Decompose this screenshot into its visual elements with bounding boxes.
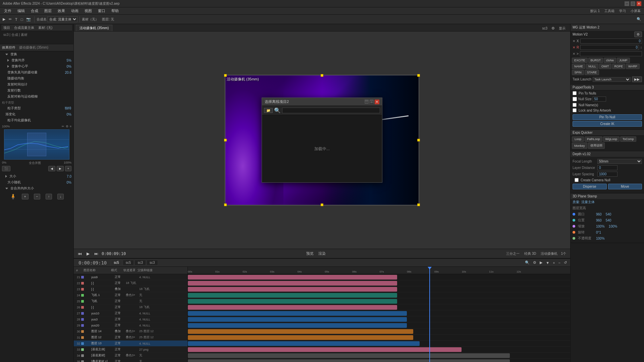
task-launch-select[interactable]: Task Launch (593, 77, 631, 82)
track-bar[interactable] (188, 341, 420, 346)
disperse-btn[interactable]: Disperse (573, 184, 607, 189)
preview-btn[interactable]: 预览 (305, 250, 315, 257)
graph-next-btn[interactable]: ▶ (57, 166, 64, 171)
track-row[interactable] (188, 304, 570, 310)
motion-r-input[interactable] (580, 45, 639, 50)
effect-item-4[interactable]: 随摄动均衡 (0, 75, 73, 81)
tb-camera[interactable]: 📷 (25, 16, 32, 22)
track-row[interactable] (188, 286, 570, 292)
close-button[interactable]: ✕ (637, 1, 641, 6)
tl-collapse-btn[interactable]: ▼ (544, 260, 551, 265)
effect-item-7[interactable]: 反射对称与运动模糊 (0, 94, 73, 100)
modal-search-input[interactable] (282, 108, 380, 113)
graph-prev-btn[interactable]: ◀ (48, 166, 55, 171)
pin-to-null-checkbox[interactable] (573, 91, 577, 95)
handle-top-middle[interactable] (321, 74, 323, 77)
effect-item-8[interactable]: 粒子类型 独特 (0, 105, 73, 111)
next-frame-btn[interactable]: ⏭ (93, 251, 100, 257)
track-row[interactable] (188, 322, 570, 328)
graph-fit-btn[interactable]: ⬛ (2, 166, 10, 171)
viewer-settings-btn[interactable]: ⚙ (550, 25, 556, 31)
tl-search-btn[interactable]: 🔍 (524, 260, 531, 265)
handle-middle-right[interactable] (417, 139, 420, 141)
motion-null-btn[interactable]: NULL (586, 64, 598, 69)
focal-length-select[interactable]: 50mm (597, 159, 642, 164)
effect-item-size[interactable]: 大小 7.0 (0, 173, 73, 179)
menu-help[interactable]: 帮助 (109, 8, 121, 14)
layer-row[interactable]: 29 yus20 正常 4. NULL (74, 322, 187, 328)
track-bar[interactable] (188, 281, 397, 286)
handle-bottom-middle[interactable] (321, 203, 323, 206)
menu-layer[interactable]: 图层 (42, 8, 54, 14)
motion-x-input[interactable] (580, 39, 642, 44)
tl-loop-btn[interactable]: ↺ (562, 260, 568, 265)
exps-manual-btn[interactable]: 使用说明 (588, 142, 605, 149)
layer-row[interactable]: 34 [基底素材] 正常 叠色3+ 无 (74, 353, 187, 359)
layer-row[interactable]: 32 图层 13 正常 4. NULL (74, 341, 187, 347)
tl-expand-btn[interactable]: ▶ (538, 260, 544, 265)
prop-x[interactable]: 960 (596, 213, 602, 216)
track-bar[interactable] (188, 311, 407, 316)
motion-jump-btn[interactable]: JUMP (617, 58, 630, 63)
track-bar[interactable] (188, 335, 413, 340)
track-row[interactable] (188, 341, 570, 347)
motion-stare-btn[interactable]: STARE (585, 70, 599, 75)
pin-to-null-btn[interactable]: Pin To Null (573, 114, 642, 120)
exps-loop-btn[interactable]: Loop (572, 136, 584, 142)
layer-row[interactable]: 26 [·] 正常 18 飞机 (74, 304, 187, 310)
tl-settings-btn[interactable]: ⚙ (532, 260, 538, 265)
track-bar[interactable] (188, 329, 413, 334)
prop-y[interactable]: 540 (606, 213, 611, 216)
render-btn[interactable]: 渲染 (317, 250, 327, 257)
menu-composition[interactable]: 合成 (28, 8, 41, 14)
effect-item-gradient[interactable]: 渐变化 0% (0, 111, 73, 117)
motion-name-btn[interactable]: NAME (572, 64, 585, 69)
track-row[interactable] (188, 310, 570, 316)
effect-item-5[interactable]: 发射时间估计 (0, 81, 73, 87)
null-size-checkbox[interactable] (573, 97, 577, 101)
layer-row[interactable]: 30 图层 14 叠加 叠色3+ 25 图层 12 (74, 328, 187, 335)
modal-close-btn[interactable]: ✕ (375, 100, 379, 104)
timeline-tab-sc5[interactable]: sc5 (111, 260, 122, 265)
handle-top-left[interactable] (224, 74, 227, 77)
track-row[interactable] (188, 335, 570, 341)
motion-x-icon[interactable]: ✕ (573, 39, 575, 43)
track-bar[interactable] (188, 305, 397, 310)
track-row[interactable] (188, 298, 570, 304)
motion-y-input[interactable] (580, 51, 642, 56)
menu-window[interactable]: 窗口 (95, 8, 108, 14)
tb-text[interactable]: T (14, 17, 19, 22)
maximize-button[interactable]: □ (631, 1, 635, 6)
timeline-tab-sc3[interactable]: sc3 (135, 260, 146, 265)
track-bar[interactable] (188, 317, 407, 322)
exps-pathloop-btn[interactable]: PathLoop (585, 136, 602, 142)
effect-remove-btn[interactable]: − (34, 194, 41, 199)
graph-plus-btn[interactable]: + (65, 166, 71, 171)
tl-add-btn[interactable]: + (551, 260, 556, 265)
timeline-tab-sc3b[interactable]: sc3 (147, 260, 158, 265)
track-bar[interactable] (188, 287, 397, 292)
effect-item-size-rand[interactable]: 大小随机 0% (0, 179, 73, 185)
modal-folder-btn[interactable]: 📁 (264, 108, 273, 113)
effect-arrow-btn[interactable]: ↑ (46, 194, 52, 199)
lock-shy-checkbox[interactable] (573, 108, 577, 112)
modal-min-btn[interactable]: ─ (365, 100, 369, 104)
modal-max-btn[interactable]: □ (370, 100, 374, 104)
track-row[interactable] (188, 353, 570, 359)
timeline-tracks[interactable]: 00s01s02s03s04s05s06s07s08s09s10s11s12s (188, 267, 570, 362)
timeline-tab-sc5b[interactable]: sc5 (123, 260, 134, 265)
tb-search[interactable]: 🔍 (635, 16, 643, 22)
track-bar[interactable] (188, 347, 462, 352)
motion-omit-btn[interactable]: OMIT (599, 64, 611, 69)
composition-view[interactable]: 活动摄像机 (35mm) (225, 75, 419, 205)
menu-edit[interactable]: 编辑 (15, 8, 28, 14)
menu-effects[interactable]: 效果 (55, 8, 68, 14)
prop-x[interactable]: 100% (596, 225, 605, 228)
layer-row[interactable]: 22 [·] 正常 18 飞机 (74, 280, 187, 286)
track-bar[interactable] (188, 323, 407, 328)
prop-x[interactable]: 100% (596, 237, 605, 240)
handle-bottom-right[interactable] (417, 203, 420, 206)
layer-row[interactable]: 28 yus3 正常 4. NULL (74, 316, 187, 322)
play-btn[interactable]: ▶ (85, 251, 91, 257)
effect-item-6[interactable]: 发射行数 (0, 87, 73, 94)
